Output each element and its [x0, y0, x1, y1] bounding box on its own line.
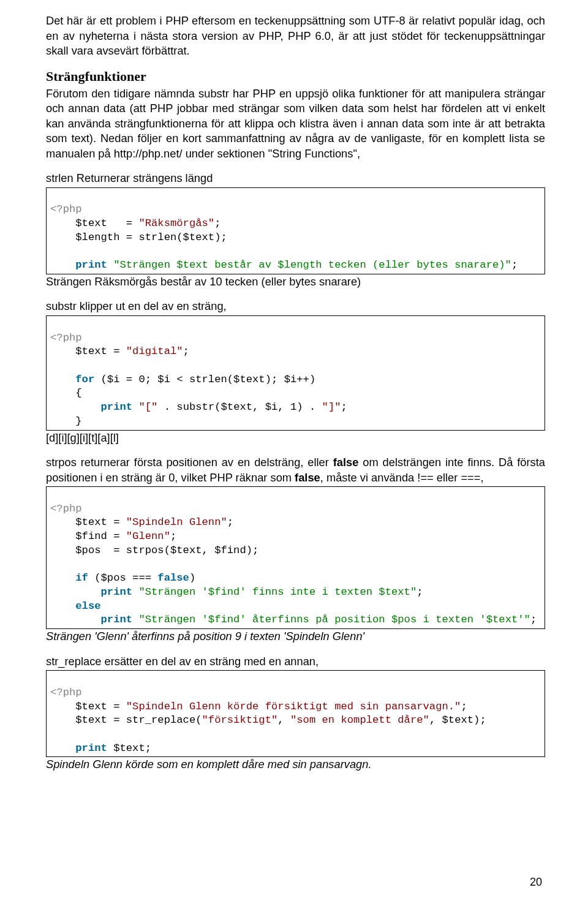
code-text: ; [170, 530, 176, 542]
string-literal: "]" [322, 401, 341, 413]
code-text: ; [183, 345, 189, 357]
intro-paragraph: Det här är ett problem i PHP eftersom en… [46, 13, 545, 59]
code-text: $text = [50, 217, 138, 229]
substr-block: substr klipper ut en del av en sträng, <… [46, 299, 545, 445]
keyword-print: print [50, 614, 132, 625]
text: strpos returnerar första positionen av e… [46, 456, 333, 469]
code-text: { [50, 387, 82, 399]
keyword-else: else [50, 600, 101, 612]
strreplace-block: str_replace ersätter en del av en sträng… [46, 654, 545, 772]
strpos-block: strpos returnerar första positionen av e… [46, 455, 545, 644]
strpos-output: Strängen 'Glenn' återfinns på position 9… [46, 629, 545, 644]
string-literal: "Räksmörgås" [138, 217, 214, 229]
code-text: } [50, 415, 82, 427]
string-literal: "Spindeln Glenn" [126, 516, 227, 528]
string-literal: "försiktigt" [202, 714, 278, 726]
string-literal: "Glenn" [126, 530, 170, 542]
code-text: ; [461, 701, 467, 712]
string-literal: "som en komplett dåre" [290, 714, 429, 726]
code-text: $text = str_replace( [50, 714, 202, 726]
substr-intro: substr klipper ut en del av en sträng, [46, 299, 545, 314]
code-text: . [303, 401, 322, 413]
code-text: ; [530, 614, 537, 625]
string-literal: "Strängen '$find' finns inte i texten $t… [132, 586, 417, 598]
code-text: $find = [50, 530, 126, 542]
php-open-tag: <?php [50, 203, 82, 215]
strlen-code-box: <?php $text = "Räksmörgås"; $length = st… [46, 187, 545, 274]
php-open-tag: <?php [50, 503, 82, 515]
bold-false: false [295, 471, 320, 484]
document-page: Det här är ett problem i PHP eftersom en… [0, 0, 588, 901]
substr-output: [d][i][g][i][t][a][l] [46, 431, 545, 446]
keyword-print: print [50, 742, 107, 754]
code-text: $text = [50, 345, 126, 357]
keyword-false: false [157, 572, 189, 584]
strpos-code-box: <?php $text = "Spindeln Glenn"; $find = … [46, 486, 545, 629]
keyword-if: if [50, 572, 88, 584]
keyword-print: print [50, 401, 132, 413]
code-text: ; [511, 259, 518, 271]
strpos-intro: strpos returnerar första positionen av e… [46, 455, 545, 485]
code-text: $text = [50, 701, 126, 712]
string-literal: "Spindeln Glenn körde försiktigt med sin… [126, 701, 461, 712]
code-text: substr($text, $i, 1) [176, 401, 303, 413]
string-literal: "Strängen $text består av $length tecken… [107, 259, 511, 271]
keyword-print: print [50, 259, 107, 271]
string-literal: "Strängen '$find' återfinns på position … [132, 614, 530, 625]
string-literal: "digital" [126, 345, 183, 357]
code-text: . [157, 401, 176, 413]
code-text: ) [189, 572, 195, 584]
code-text: , [277, 714, 290, 726]
strreplace-output: Spindeln Glenn körde som en komplett dår… [46, 757, 545, 772]
code-text: ; [214, 217, 221, 229]
code-text: , $text); [429, 714, 486, 726]
text: , måste vi använda !== eller ===, [320, 471, 484, 484]
code-text: $pos = strpos($text, $find); [50, 545, 258, 556]
strlen-output: Strängen Räksmörgås består av 10 tecken … [46, 274, 545, 290]
code-text: $text; [107, 742, 151, 754]
bold-false: false [333, 456, 359, 469]
strreplace-code-box: <?php $text = "Spindeln Glenn körde förs… [46, 670, 545, 757]
strlen-block: strlen Returnerar strängens längd <?php … [46, 171, 545, 289]
code-text: ; [341, 401, 347, 413]
keyword-for: for [50, 374, 94, 385]
section-heading-strangfunktioner: Strängfunktioner [46, 69, 545, 85]
strlen-intro: strlen Returnerar strängens längd [46, 171, 545, 186]
string-literal: "[" [132, 401, 157, 413]
code-text: ($pos === [88, 572, 157, 584]
php-open-tag: <?php [50, 687, 82, 698]
code-text: $text = [50, 516, 126, 528]
substr-code-box: <?php $text = "digital"; for ($i = 0; $i… [46, 315, 545, 431]
strreplace-intro: str_replace ersätter en del av en sträng… [46, 654, 545, 669]
keyword-print: print [50, 586, 132, 598]
page-number: 20 [530, 876, 542, 889]
code-text: ; [417, 586, 423, 598]
code-text: ; [227, 516, 233, 528]
strang-body-paragraph: Förutom den tidigare nämnda substr har P… [46, 86, 545, 162]
code-text: ($i = 0; $i < strlen($text); $i++) [94, 374, 315, 385]
code-text: $length = strlen($text); [50, 232, 227, 243]
php-open-tag: <?php [50, 332, 82, 344]
